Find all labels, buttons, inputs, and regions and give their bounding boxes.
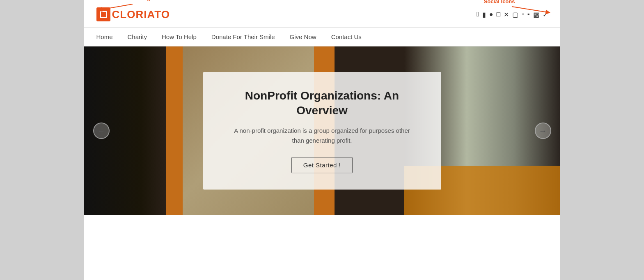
nav-item-home[interactable]: Home [96,33,120,40]
social-icons:  ▮ ● □ ✕ ▢ ▫ ▪ ▩ ✓ [477,11,548,19]
nav-item-give-now[interactable]: Give Now [282,33,324,40]
page-wrapper: CLORIATO Header Logo [84,0,560,280]
rss-icon[interactable]: ▩ [533,11,539,19]
instagram-icon[interactable]: □ [496,11,500,18]
hero-orange-bar1 [166,46,183,215]
nav-item-donate[interactable]: Donate For Their Smile [204,33,282,40]
facebook-icon[interactable]: ▮ [482,11,486,19]
nav-item-charity[interactable]: Charity [120,33,155,40]
nav-bar: Home Charity How To Help Donate For Thei… [84,28,560,46]
hero-title: NonProfit Organizations: An Overview [228,88,417,118]
cross-icon[interactable]: ✕ [504,11,509,19]
header-right: Social Icons  ▮ ● □ ✕ [477,11,548,19]
hero-section: ← NonProfit Organizations: An Overview A… [84,46,560,215]
logo-area: CLORIATO [96,7,170,21]
twitch-icon[interactable]: ▢ [512,11,518,19]
hero-content-panel: NonProfit Organizations: An Overview A n… [203,72,441,190]
hero-get-started-button[interactable]: Get Started ! [291,157,353,173]
header: CLORIATO Header Logo [84,0,560,27]
hero-subtitle: A non-profit organization is a group org… [228,126,417,146]
linkedin-icon[interactable]: ▫ [522,11,524,18]
social-icons-annotation: Social Icons [484,0,515,5]
hero-prev-button[interactable]: ← [93,123,110,139]
messenger-icon[interactable]: ● [489,11,493,18]
header-logo-annotation: Header Logo [121,0,154,1]
twitter-icon[interactable]: ✓ [543,11,548,19]
logo-icon [96,7,110,21]
hero-next-button[interactable]: → [535,123,551,139]
logo-box-inner [100,11,107,18]
logo-text: CLORIATO [112,8,170,21]
facebook-icon[interactable]:  [477,11,479,18]
nav-item-how-to-help[interactable]: How To Help [154,33,204,40]
nav-item-contact[interactable]: Contact Us [324,33,369,40]
pinterest-icon[interactable]: ▪ [527,11,530,18]
